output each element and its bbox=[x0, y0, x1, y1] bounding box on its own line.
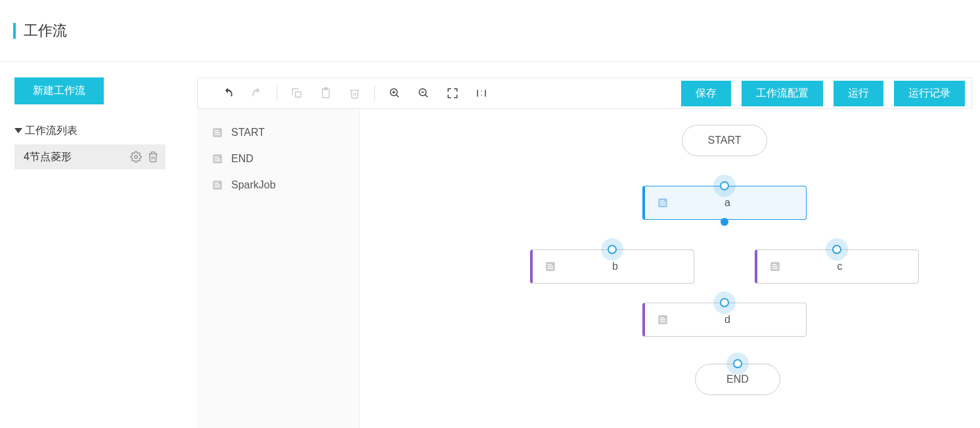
run-log-button[interactable]: 运行记录 bbox=[894, 81, 965, 106]
toolbar-separator bbox=[374, 85, 375, 101]
actual-size-button[interactable] bbox=[467, 83, 496, 104]
redo-icon bbox=[250, 87, 263, 100]
svg-rect-34 bbox=[548, 268, 554, 269]
node-palette: START END SparkJob bbox=[197, 109, 360, 428]
toolbar: 保存 工作流配置 运行 运行记录 bbox=[197, 77, 972, 109]
node-label: b bbox=[556, 261, 694, 272]
node-end-input-port[interactable] bbox=[733, 359, 742, 368]
sidebar: 新建工作流 工作流列表 4节点菱形 bbox=[0, 62, 177, 428]
edges-layer bbox=[360, 109, 557, 207]
palette-item-end[interactable]: END bbox=[197, 146, 359, 172]
palette-item-sparkjob[interactable]: SparkJob bbox=[197, 172, 359, 198]
node-start[interactable]: START bbox=[682, 125, 767, 156]
svg-rect-40 bbox=[660, 317, 665, 318]
chevron-down-icon bbox=[14, 128, 22, 133]
page-title: 工作流 bbox=[24, 21, 67, 41]
header-accent-bar bbox=[13, 23, 16, 39]
canvas[interactable]: START a b bbox=[360, 109, 972, 428]
node-d[interactable]: d bbox=[642, 303, 807, 337]
document-icon bbox=[657, 314, 669, 326]
node-d-input-port[interactable] bbox=[720, 298, 729, 307]
svg-rect-26 bbox=[215, 186, 221, 188]
trash-icon[interactable] bbox=[147, 151, 159, 163]
undo-button[interactable] bbox=[213, 83, 242, 104]
svg-rect-38 bbox=[772, 268, 778, 269]
svg-line-5 bbox=[396, 95, 399, 97]
delete-icon bbox=[349, 87, 361, 99]
zoom-in-button[interactable] bbox=[380, 83, 409, 104]
svg-rect-28 bbox=[660, 200, 665, 202]
svg-rect-30 bbox=[660, 204, 666, 205]
svg-rect-37 bbox=[772, 266, 778, 267]
document-icon bbox=[769, 261, 781, 272]
svg-rect-42 bbox=[660, 321, 666, 322]
zoom-out-icon bbox=[418, 87, 430, 99]
node-c[interactable]: c bbox=[755, 249, 919, 284]
svg-point-13 bbox=[481, 91, 482, 92]
svg-rect-22 bbox=[215, 160, 221, 161]
palette-item-label: START bbox=[231, 127, 265, 139]
svg-rect-18 bbox=[215, 134, 221, 135]
actual-size-icon bbox=[476, 89, 487, 98]
node-label: END bbox=[726, 374, 749, 385]
workflow-config-button[interactable]: 工作流配置 bbox=[742, 81, 823, 106]
node-a-output-port[interactable] bbox=[721, 218, 728, 226]
zoom-out-button[interactable] bbox=[409, 83, 438, 104]
palette-item-label: SparkJob bbox=[231, 179, 276, 191]
workflow-list-item[interactable]: 4节点菱形 bbox=[14, 144, 166, 169]
svg-rect-36 bbox=[772, 264, 777, 265]
paste-button[interactable] bbox=[311, 83, 340, 104]
document-icon bbox=[212, 153, 223, 165]
svg-rect-25 bbox=[215, 184, 221, 186]
svg-rect-32 bbox=[548, 264, 552, 265]
svg-point-0 bbox=[135, 156, 138, 159]
svg-rect-21 bbox=[215, 158, 221, 160]
zoom-in-icon bbox=[389, 87, 401, 99]
gear-icon[interactable] bbox=[130, 151, 142, 163]
workflow-list-header[interactable]: 工作流列表 bbox=[14, 124, 166, 138]
svg-line-9 bbox=[425, 95, 428, 97]
svg-rect-24 bbox=[215, 182, 219, 184]
svg-rect-16 bbox=[215, 130, 219, 131]
toolbar-separator bbox=[277, 85, 277, 101]
node-b[interactable]: b bbox=[530, 249, 694, 284]
workflow-list-header-label: 工作流列表 bbox=[25, 124, 78, 138]
node-c-input-port[interactable] bbox=[832, 245, 841, 254]
svg-rect-17 bbox=[215, 132, 221, 133]
node-label: d bbox=[669, 314, 806, 326]
save-button[interactable]: 保存 bbox=[681, 81, 731, 106]
svg-rect-20 bbox=[215, 156, 219, 158]
document-icon bbox=[545, 261, 556, 272]
copy-icon bbox=[291, 87, 303, 99]
node-label: a bbox=[669, 197, 806, 209]
node-end[interactable]: END bbox=[695, 364, 780, 395]
node-a-input-port[interactable] bbox=[720, 181, 729, 190]
palette-item-label: END bbox=[231, 153, 254, 165]
workflow-item-name: 4节点菱形 bbox=[24, 150, 72, 164]
delete-button[interactable] bbox=[340, 83, 369, 104]
node-a[interactable]: a bbox=[642, 186, 807, 220]
page-header: 工作流 bbox=[0, 0, 980, 62]
node-label: c bbox=[781, 261, 918, 272]
svg-rect-41 bbox=[660, 319, 666, 320]
svg-point-14 bbox=[481, 95, 482, 96]
undo-icon bbox=[221, 87, 234, 100]
document-icon bbox=[212, 179, 223, 191]
fit-icon bbox=[447, 87, 458, 99]
svg-rect-1 bbox=[296, 92, 301, 97]
fit-button[interactable] bbox=[438, 83, 467, 104]
document-icon bbox=[657, 197, 669, 209]
content-area: 保存 工作流配置 运行 运行记录 START END Spar bbox=[177, 62, 980, 428]
paste-icon bbox=[320, 87, 332, 99]
palette-item-start[interactable]: START bbox=[197, 119, 359, 146]
redo-button[interactable] bbox=[242, 83, 271, 104]
document-icon bbox=[212, 127, 223, 139]
svg-rect-33 bbox=[548, 266, 554, 267]
node-b-input-port[interactable] bbox=[608, 245, 617, 254]
workspace: START END SparkJob bbox=[197, 109, 972, 428]
copy-button[interactable] bbox=[282, 83, 311, 104]
run-button[interactable]: 运行 bbox=[834, 81, 883, 106]
svg-rect-29 bbox=[660, 202, 666, 203]
node-label: START bbox=[708, 135, 742, 146]
new-workflow-button[interactable]: 新建工作流 bbox=[14, 77, 104, 104]
